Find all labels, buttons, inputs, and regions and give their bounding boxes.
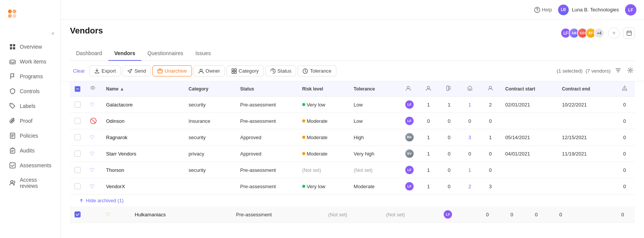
col-tolerance-header: Tolerance: [349, 81, 401, 97]
row-checkbox[interactable]: [75, 118, 81, 124]
sidebar-item-assessments[interactable]: Assessments: [3, 158, 57, 173]
vendor-c3[interactable]: 1: [460, 162, 480, 178]
owner-button[interactable]: Owner: [194, 65, 225, 76]
vendor-name[interactable]: VendorX: [102, 178, 184, 195]
sidebar-item-label: Policies: [20, 133, 38, 139]
sidebar-item-overview[interactable]: Overview: [3, 40, 57, 54]
vendor-name[interactable]: Starr Vendors: [102, 146, 184, 162]
vendor-name[interactable]: Hulkamaniacs: [130, 206, 213, 223]
vendor-c3[interactable]: 3: [460, 129, 480, 146]
vendor-c3[interactable]: 1: [460, 97, 480, 113]
col-contract-start-header: Contract start: [501, 81, 557, 97]
sidebar-item-policies[interactable]: Policies: [3, 129, 57, 143]
tab-dashboard[interactable]: Dashboard: [70, 46, 108, 61]
owner-label: Owner: [206, 68, 220, 74]
select-all-checkbox[interactable]: [75, 86, 81, 92]
vendor-owner: LF: [401, 113, 418, 129]
sidebar-item-proof[interactable]: Proof: [3, 114, 57, 128]
sidebar-item-labels[interactable]: Labels: [3, 99, 57, 113]
vendor-name[interactable]: Galactacore: [102, 97, 184, 113]
vendor-category: [184, 178, 236, 195]
vendor-contract-end: 10/22/2021: [557, 97, 614, 113]
vendor-risk: (Not set): [324, 206, 382, 223]
vendor-contract-start: [501, 162, 557, 178]
sidebar-item-audits[interactable]: Audits: [3, 143, 57, 158]
add-collaborator-button[interactable]: +: [608, 27, 620, 39]
page-title: Vendors: [70, 26, 103, 36]
export-button[interactable]: Export: [89, 65, 121, 76]
filter-icon[interactable]: [614, 66, 623, 76]
row-checkbox[interactable]: [75, 167, 81, 173]
vendor-status: Pre-assessment: [236, 113, 298, 129]
clipboard-icon: [9, 147, 16, 154]
row-checkbox[interactable]: [75, 151, 81, 157]
vendor-tolerance: Low: [349, 113, 401, 129]
sidebar-item-work-items[interactable]: Work items: [3, 54, 57, 69]
vendor-category: security: [184, 162, 236, 178]
vendor-c1: 1: [418, 162, 439, 178]
svg-point-13: [11, 181, 13, 183]
tolerance-label: Tolerance: [310, 68, 331, 74]
vendor-owner: LF: [439, 206, 475, 223]
category-button[interactable]: Category: [227, 65, 264, 76]
vendor-name[interactable]: Ragnarok: [102, 129, 184, 146]
tab-vendors[interactable]: Vendors: [108, 46, 141, 61]
row-checkbox[interactable]: [75, 134, 81, 140]
sidebar-item-controls[interactable]: Controls: [3, 84, 57, 98]
svg-rect-6: [10, 47, 12, 49]
company-name: Luna B. Technologies: [572, 7, 619, 13]
logo[interactable]: [0, 5, 60, 27]
tab-issues[interactable]: Issues: [189, 46, 217, 61]
svg-rect-4: [10, 44, 12, 46]
vendor-c3: 0: [460, 146, 480, 162]
svg-point-1: [13, 10, 16, 13]
vendor-c4: 1: [480, 129, 501, 146]
sidebar-item-label: Proof: [20, 118, 32, 124]
vendor-c2: 1: [439, 97, 459, 113]
vendor-risk: Very low: [298, 178, 349, 195]
vendor-status: Pre-assessment: [236, 97, 298, 113]
user-profile[interactable]: LB Luna B. Technologies: [558, 5, 619, 15]
tabs-container: Dashboard Vendors Questionnaires Issues: [61, 40, 644, 61]
sidebar-item-access-reviews[interactable]: Access reviews: [3, 173, 57, 193]
col-c1-header: [418, 81, 439, 97]
sidebar-item-programs[interactable]: Programs: [3, 69, 57, 84]
vendor-owner: RK: [401, 129, 418, 146]
calendar-button[interactable]: [623, 27, 635, 39]
vendor-icon: ♡: [90, 134, 95, 140]
vendor-name[interactable]: Thorson: [102, 162, 184, 178]
vendor-table: Name ▲ Category Status Risk level Tolera…: [70, 81, 635, 195]
vendor-c4: 2: [480, 97, 501, 113]
vendor-c2: 0: [439, 146, 459, 162]
send-button[interactable]: Send: [122, 65, 151, 76]
vendor-contract-start: 04/01/2021: [501, 146, 557, 162]
svg-point-30: [489, 86, 492, 89]
clear-button[interactable]: Clear: [70, 66, 88, 76]
unarchive-button[interactable]: Unarchive: [152, 65, 192, 76]
row-checkbox[interactable]: [75, 102, 81, 108]
vendor-contract-end: 12/15/2021: [557, 129, 614, 146]
vendor-owner: SV: [401, 146, 418, 162]
row-checkbox[interactable]: [75, 211, 81, 217]
row-checkbox[interactable]: [75, 183, 81, 189]
main-content: Help LB Luna B. Technologies LF Vendors …: [61, 0, 644, 238]
col-name-header[interactable]: Name ▲: [102, 81, 184, 97]
tab-questionnaires[interactable]: Questionnaires: [141, 46, 189, 61]
user-avatar[interactable]: LF: [625, 4, 636, 16]
vendor-icon: 🚫: [90, 117, 97, 124]
check-square-icon: [9, 162, 16, 169]
sidebar-collapse-btn[interactable]: «: [0, 27, 60, 39]
vendor-icon: ♡: [90, 151, 95, 157]
col-c3-header: [460, 81, 480, 97]
svg-point-3: [13, 14, 16, 18]
help-button[interactable]: Help: [534, 7, 552, 13]
vendor-c3[interactable]: 2: [460, 178, 480, 195]
vendor-name[interactable]: Odinson: [102, 113, 184, 129]
archived-toggle[interactable]: Hide archived (1): [70, 195, 635, 206]
company-avatar: LB: [558, 5, 569, 15]
svg-rect-21: [232, 71, 234, 73]
settings-icon[interactable]: [626, 66, 635, 76]
status-button[interactable]: Status: [265, 65, 297, 76]
tolerance-button[interactable]: Tolerance: [298, 65, 336, 76]
status-label: Status: [278, 68, 292, 74]
